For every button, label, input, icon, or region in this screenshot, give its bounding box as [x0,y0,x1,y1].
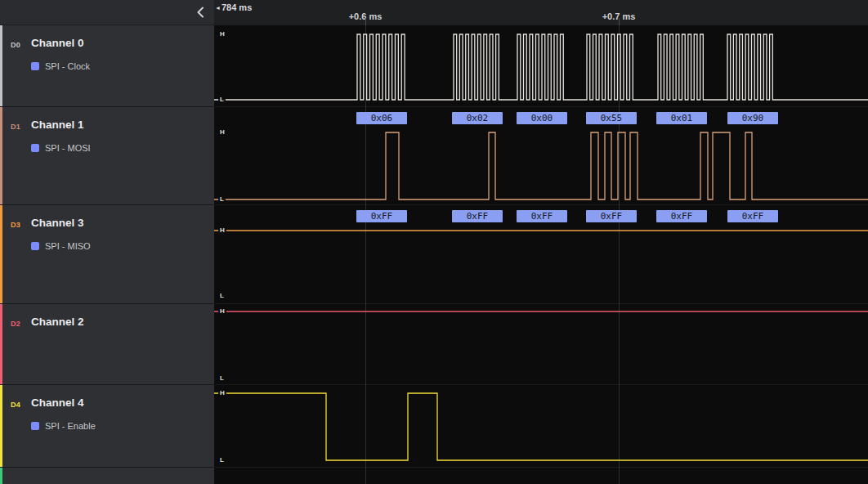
ch2-signal-high-level-label: H [218,307,226,316]
waveform-area[interactable]: 0x060x020x000x550x010x900xFF0xFF0xFF0xFF… [214,25,868,484]
absolute-time-label: ◄ 784 ms [215,2,252,12]
channel-name: Channel 1 [31,119,84,131]
miso-byte-annotation: 0xFF [656,210,707,222]
ch1-mosi-low-level-label: L [218,195,226,204]
absolute-time-value: 784 ms [221,2,252,12]
miso-byte-annotation: 0xFF [356,210,407,222]
miso-byte-annotation: 0xFF [727,210,778,222]
channel-color-strip [0,205,2,303]
analyzer-icon [31,422,39,430]
channel-sidebar: D0Channel 0SPI - ClockD1Channel 1SPI - M… [0,25,214,484]
analyzer-label: SPI - MOSI [45,143,91,153]
time-anchor-icon: ◄ [215,3,221,12]
channel-color-strip [0,25,2,106]
ch2-signal-low-level-label: L [218,374,226,383]
miso-byte-annotation: 0xFF [586,210,637,222]
analyzer-label: SPI - Enable [45,421,96,431]
channel-name: Channel 2 [31,316,84,328]
ch0-clock-high-level-label: H [218,30,226,38]
ch4-enable-high-level-label: H [218,389,226,397]
miso-byte-annotation: 0xFF [452,210,503,222]
channel-row-partial[interactable] [0,468,214,484]
ch4-enable-low-level-label: L [218,456,226,464]
mosi-byte-annotation: 0x06 [356,112,407,124]
channel-row-d3[interactable]: D3Channel 3SPI - MISO [0,205,214,303]
channel-color-strip [0,385,2,467]
analyzer-label: SPI - Clock [45,61,90,71]
analyzer-chip[interactable]: SPI - Clock [31,61,90,71]
channel-row-d4[interactable]: D4Channel 4SPI - Enable [0,385,214,467]
waveform-ch1-mosi [214,132,868,199]
timeline-ruler[interactable]: ◄ 784 ms +0.6 ms+0.7 ms [214,0,868,25]
analyzer-chip[interactable]: SPI - MOSI [31,143,91,153]
ch3-miso-high-level-label: H [218,226,226,235]
channel-id-badge: D2 [11,320,20,328]
waveform-canvas [214,25,868,484]
channel-row-d1[interactable]: D1Channel 1SPI - MOSI [0,107,214,204]
channel-row-d0[interactable]: D0Channel 0SPI - Clock [0,25,214,106]
analyzer-chip[interactable]: SPI - MISO [31,241,91,251]
channel-name: Channel 3 [31,217,84,229]
analyzer-label: SPI - MISO [45,241,91,251]
channel-id-badge: D4 [11,401,20,409]
analyzer-icon [31,144,39,152]
waveform-ch0-clock [214,34,868,100]
mosi-byte-annotation: 0x00 [517,112,567,124]
chevron-left-icon [196,7,204,18]
collapse-sidebar-icon[interactable] [195,6,206,19]
mosi-byte-annotation: 0x55 [586,112,637,124]
channel-name: Channel 4 [31,397,84,409]
channel-id-badge: D1 [11,123,20,131]
channel-name: Channel 0 [31,37,84,49]
mosi-byte-annotation: 0x90 [727,112,778,124]
ch3-miso-low-level-label: L [218,292,226,300]
analyzer-icon [31,242,39,250]
analyzer-icon [31,62,39,70]
timeline-tick [365,18,366,25]
ch1-mosi-high-level-label: H [218,128,226,137]
channel-color-strip [0,304,2,384]
miso-byte-annotation: 0xFF [517,210,567,222]
ch0-clock-low-level-label: L [218,96,226,104]
channel-color-strip [0,107,2,204]
waveform-ch4-enable [214,393,868,460]
mosi-byte-annotation: 0x01 [656,112,707,124]
analyzer-chip[interactable]: SPI - Enable [31,421,96,431]
mosi-byte-annotation: 0x02 [452,112,503,124]
timeline-tick [619,18,620,25]
channel-color-strip [0,468,2,484]
channel-row-d2[interactable]: D2Channel 2 [0,304,214,384]
logic-analyzer-app: ◄ 784 ms +0.6 ms+0.7 ms D0Channel 0SPI -… [0,0,868,484]
sidebar-header [0,0,214,25]
channel-id-badge: D3 [11,221,20,229]
channel-id-badge: D0 [11,41,20,49]
